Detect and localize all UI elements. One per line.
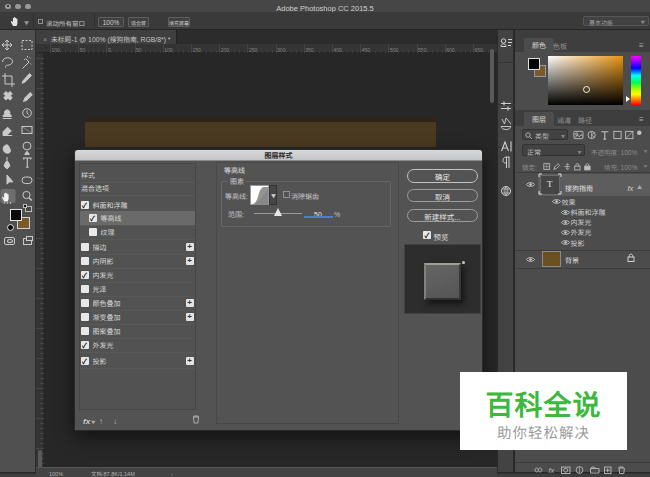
svg-text:fx: fx: [549, 466, 555, 474]
